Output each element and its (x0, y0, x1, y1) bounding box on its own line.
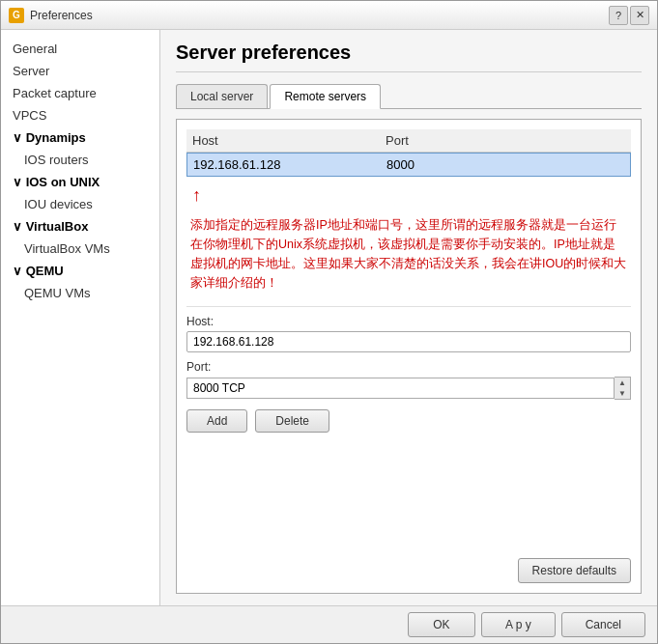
title-bar: G Preferences ? ✕ (1, 1, 657, 30)
restore-row: Restore defaults (186, 552, 631, 583)
content-area: General Server Packet capture VPCS ∨ Dyn… (1, 30, 657, 605)
sidebar-item-ios-unix[interactable]: ∨ IOS on UNIX (1, 171, 159, 193)
sidebar-item-qemu[interactable]: ∨ QEMU (1, 260, 159, 282)
port-increment-button[interactable]: ▲ (615, 378, 630, 388)
port-spinner: ▲ ▼ (615, 377, 631, 400)
host-label: Host: (186, 315, 631, 328)
sidebar-item-dynamips[interactable]: ∨ Dynamips (1, 126, 159, 149)
servers-table: 192.168.61.128 8000 (186, 153, 631, 182)
cancel-button[interactable]: Cancel (561, 612, 645, 637)
port-decrement-button[interactable]: ▼ (615, 388, 630, 399)
host-input[interactable] (186, 331, 631, 352)
tab-bar: Local server Remote servers (176, 84, 642, 109)
qemu-chevron-icon: ∨ (13, 264, 26, 278)
window-title: Preferences (30, 9, 609, 22)
row-port: 8000 (386, 157, 624, 172)
sidebar-item-qemu-vms[interactable]: QEMU VMs (1, 282, 159, 304)
action-buttons: Add Delete (186, 409, 631, 433)
sidebar-item-vpcs[interactable]: VPCS (1, 104, 159, 126)
table-header: Host Port (186, 129, 631, 153)
sidebar-item-packet-capture[interactable]: Packet capture (1, 82, 159, 104)
help-button[interactable]: ? (609, 6, 628, 25)
column-header-port: Port (386, 133, 625, 148)
sidebar-item-server[interactable]: Server (1, 60, 159, 82)
dynamips-chevron-icon: ∨ (13, 130, 26, 145)
row-host: 192.168.61.128 (193, 157, 386, 172)
selection-arrow-icon: ↑ (192, 185, 625, 206)
ok-button[interactable]: OK (408, 612, 475, 637)
sidebar-item-virtualbox-vms[interactable]: VirtualBox VMs (1, 238, 159, 260)
main-panel: Server preferences Local server Remote s… (160, 30, 657, 605)
tab-local-server[interactable]: Local server (176, 84, 268, 108)
sidebar-item-virtualbox[interactable]: ∨ VirtualBox (1, 215, 159, 238)
port-input[interactable] (186, 378, 615, 399)
sidebar: General Server Packet capture VPCS ∨ Dyn… (1, 30, 160, 605)
remote-servers-panel: Host Port 192.168.61.128 8000 ↑ 添加指定的远程服… (176, 119, 642, 594)
footer: OK A p y Cancel (1, 605, 657, 643)
column-header-host: Host (192, 133, 386, 148)
tab-remote-servers[interactable]: Remote servers (270, 84, 381, 109)
add-button[interactable]: Add (186, 409, 247, 433)
table-row[interactable]: 192.168.61.128 8000 (186, 153, 631, 177)
delete-button[interactable]: Delete (255, 409, 329, 433)
port-label: Port: (186, 360, 631, 374)
sidebar-item-iou-devices[interactable]: IOU devices (1, 193, 159, 215)
close-button[interactable]: ✕ (630, 6, 649, 25)
description-text: 添加指定的远程服务器IP地址和端口号，这里所谓的远程服务器就是一台运行在你物理机… (186, 215, 631, 293)
sidebar-item-general[interactable]: General (1, 38, 159, 60)
sidebar-item-ios-routers[interactable]: IOS routers (1, 149, 159, 171)
title-bar-buttons: ? ✕ (609, 6, 649, 25)
app-icon: G (9, 8, 24, 23)
page-title: Server preferences (176, 42, 642, 72)
virtualbox-chevron-icon: ∨ (13, 219, 26, 234)
ios-unix-chevron-icon: ∨ (13, 175, 26, 189)
preferences-window: G Preferences ? ✕ General Server Packet … (0, 0, 658, 644)
server-form: Host: Port: ▲ ▼ Add Delete (186, 306, 631, 433)
apply-button[interactable]: A p y (481, 612, 556, 637)
port-row: ▲ ▼ (186, 377, 631, 400)
restore-defaults-button[interactable]: Restore defaults (518, 558, 631, 583)
